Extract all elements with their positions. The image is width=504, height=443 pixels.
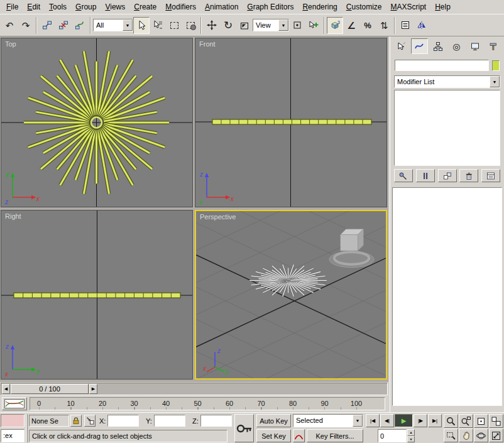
starburst-object-right[interactable] [14, 293, 180, 298]
spinner-down-button[interactable]: ▼ [407, 436, 415, 443]
named-selection-sets-button[interactable] [397, 17, 414, 34]
menu-maxscript[interactable]: MAXScript [386, 1, 431, 13]
zoom-button[interactable] [444, 414, 458, 428]
viewport-right[interactable]: Right z y x [1, 210, 193, 380]
menu-customize[interactable]: Customize [342, 1, 386, 13]
previous-frame-arrow[interactable]: ◀ [2, 384, 10, 394]
spinner-snap-button[interactable]: ⇅ [376, 17, 392, 34]
absolute-offset-toggle[interactable] [84, 415, 96, 427]
listener-splitter[interactable] [26, 414, 28, 442]
object-name-field[interactable] [395, 60, 489, 71]
select-and-link-button[interactable] [39, 17, 55, 34]
mirror-button[interactable] [414, 17, 430, 34]
tab-display[interactable] [466, 38, 483, 54]
y-coordinate-field[interactable] [154, 415, 185, 427]
menu-group[interactable]: Group [71, 1, 101, 13]
min-max-toggle-button[interactable] [489, 429, 503, 442]
chevron-down-icon[interactable]: ▼ [278, 19, 288, 31]
time-slider-handle[interactable]: 0 / 100 [11, 384, 89, 394]
menu-animation[interactable]: Animation [200, 1, 243, 13]
track-bar-ruler[interactable]: 0102030405060708090100 [30, 397, 385, 410]
tab-modify[interactable] [411, 38, 428, 54]
menu-rendering[interactable]: Rendering [298, 1, 341, 13]
redo-button[interactable]: ↷ [18, 17, 34, 34]
remove-modifier-button[interactable] [459, 169, 478, 182]
tab-utilities[interactable] [485, 38, 502, 54]
tab-create[interactable] [392, 38, 409, 54]
menu-edit[interactable]: Edit [23, 1, 45, 13]
previous-frame-button[interactable]: ◀| [380, 414, 394, 427]
configure-modifier-sets-button[interactable] [481, 169, 500, 182]
zoom-extents-all-button[interactable] [489, 414, 503, 428]
key-filters-button[interactable]: Key Filters... [307, 429, 363, 442]
angle-snap-button[interactable]: ∠ [343, 17, 359, 34]
tab-motion[interactable]: ◎ [448, 38, 465, 54]
chevron-down-icon[interactable]: ▼ [123, 19, 133, 31]
chevron-down-icon[interactable]: ▼ [353, 415, 363, 427]
selection-filter-dropdown[interactable]: All ▼ [93, 19, 133, 31]
time-slider-track[interactable]: ◀ 0 / 100 ▶ [1, 383, 388, 395]
viewport-label-right[interactable]: Right [5, 212, 21, 220]
x-coordinate-field[interactable] [107, 415, 139, 427]
next-frame-arrow[interactable]: ▶ [89, 384, 97, 394]
modifier-stack-list[interactable] [394, 90, 500, 166]
menu-graph-editors[interactable]: Graph Editors [243, 1, 298, 13]
zoom-region-button[interactable] [444, 429, 458, 442]
go-to-start-button[interactable]: |◀ [366, 414, 380, 427]
menu-help[interactable]: Help [430, 1, 455, 13]
viewport-perspective-active[interactable]: Perspective z x y [195, 210, 387, 380]
chevron-down-icon[interactable]: ▼ [490, 76, 500, 87]
pan-button[interactable] [459, 429, 473, 442]
menu-modifiers[interactable]: Modifiers [161, 1, 200, 13]
select-object-button[interactable] [133, 17, 150, 34]
menu-views[interactable]: Views [101, 1, 129, 13]
undo-button[interactable]: ↶ [1, 17, 18, 34]
show-end-result-button[interactable] [416, 169, 435, 182]
use-center-button[interactable] [289, 17, 305, 34]
select-by-name-button[interactable] [150, 17, 166, 34]
select-and-manipulate-button[interactable] [305, 17, 322, 34]
auto-key-button[interactable]: Auto Key [256, 414, 291, 427]
menu-file[interactable]: File [2, 1, 23, 13]
key-mode-dropdown[interactable]: Selected ▼ [293, 414, 363, 427]
menu-create[interactable]: Create [129, 1, 161, 13]
viewport-label-front[interactable]: Front [199, 40, 216, 48]
default-tangent-button[interactable] [293, 429, 305, 442]
object-color-swatch[interactable] [492, 60, 500, 71]
viewport-top[interactable]: Top y x z [1, 38, 193, 207]
make-unique-button[interactable] [438, 169, 457, 182]
rectangular-selection-button[interactable] [166, 17, 182, 34]
percent-snap-button[interactable]: % [359, 17, 376, 34]
snap-toggle-button[interactable]: 3 [327, 17, 343, 34]
next-frame-button[interactable]: |▶ [414, 414, 427, 427]
spinner-up-button[interactable]: ▲ [407, 429, 415, 436]
tab-hierarchy[interactable] [429, 38, 446, 54]
current-frame-field[interactable] [378, 429, 407, 442]
set-keys-button[interactable] [234, 414, 254, 442]
zoom-extents-button[interactable] [474, 414, 488, 428]
window-crossing-button[interactable] [182, 17, 199, 34]
viewport-label-top[interactable]: Top [5, 40, 16, 48]
zoom-all-button[interactable] [459, 414, 473, 428]
reference-coord-dropdown[interactable]: View ▼ [253, 19, 289, 31]
modifier-list-dropdown[interactable]: Modifier List ▼ [394, 75, 500, 88]
select-and-rotate-button[interactable]: ↻ [220, 17, 236, 34]
viewport-front[interactable]: Front z x y [195, 38, 387, 207]
set-key-button[interactable]: Set Key [256, 429, 291, 442]
viewport-label-perspective[interactable]: Perspective [200, 213, 236, 221]
play-animation-button[interactable]: ▶ [395, 414, 413, 427]
maxscript-listener-pane[interactable]: :ex [1, 429, 25, 442]
go-to-end-button[interactable]: ▶| [428, 414, 442, 427]
macro-recorder-pane[interactable] [1, 414, 25, 427]
arc-rotate-button[interactable] [474, 429, 488, 442]
menu-tools[interactable]: Tools [45, 1, 71, 13]
pin-stack-button[interactable] [394, 169, 413, 182]
unlink-selection-button[interactable] [55, 17, 72, 34]
mini-curve-editor-button[interactable] [2, 397, 27, 410]
z-coordinate-field[interactable] [200, 415, 232, 427]
bind-to-spacewarp-button[interactable] [72, 17, 88, 34]
selection-lock-button[interactable] [70, 415, 82, 427]
starburst-object-front[interactable] [212, 119, 371, 124]
select-and-move-button[interactable] [204, 17, 220, 34]
select-and-scale-button[interactable] [236, 17, 253, 34]
